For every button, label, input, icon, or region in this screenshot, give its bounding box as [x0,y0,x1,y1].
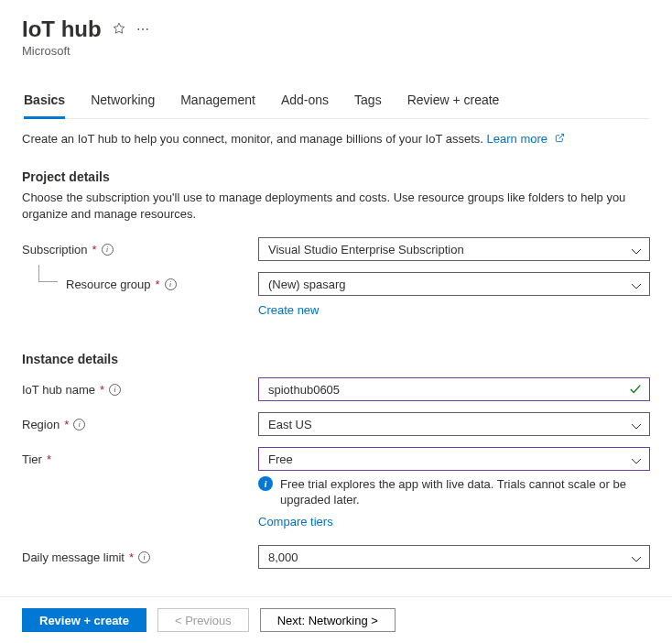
pin-star-icon[interactable] [113,22,125,38]
chevron-down-icon [631,552,642,566]
resource-group-select[interactable]: (New) spasarg [258,272,650,296]
info-icon[interactable]: i [138,551,150,563]
compare-tiers-link[interactable]: Compare tiers [258,515,333,529]
info-solid-icon: i [258,476,273,491]
intro-text-body: Create an IoT hub to help you connect, m… [22,132,487,146]
project-details-heading: Project details [22,169,650,184]
tier-label: Tier* [22,447,258,466]
footer-bar: Review + create < Previous Next: Network… [0,596,672,643]
external-link-icon [555,134,565,145]
tier-value: Free [268,452,293,466]
daily-limit-select[interactable]: 8,000 [258,545,650,569]
info-icon[interactable]: i [102,244,114,256]
publisher-label: Microsoft [22,44,650,58]
valid-check-icon [629,383,642,398]
resource-group-label: Resource group* i [22,272,258,291]
subscription-select[interactable]: Visual Studio Enterprise Subscription [258,237,650,261]
chevron-down-icon [631,454,642,468]
tab-bar: Basics Networking Management Add-ons Tag… [22,85,650,119]
info-icon[interactable]: i [165,278,177,290]
instance-details-heading: Instance details [22,352,650,366]
tab-networking[interactable]: Networking [91,85,155,119]
svg-line-1 [558,134,563,138]
tier-select[interactable]: Free [258,447,650,471]
learn-more-link[interactable]: Learn more [487,132,547,146]
chevron-down-icon [631,245,642,258]
tab-add-ons[interactable]: Add-ons [281,85,329,119]
page-title: IoT hub [22,16,102,42]
region-select[interactable]: East US [258,412,650,436]
region-label: Region* i [22,412,258,431]
iot-hub-name-value: spiothub0605 [268,383,340,397]
subscription-label: Subscription* i [22,237,258,256]
daily-limit-value: 8,000 [268,550,298,564]
more-actions-icon[interactable]: ⋯ [136,22,149,37]
info-icon[interactable]: i [109,384,121,396]
create-new-rg-link[interactable]: Create new [258,303,319,317]
iot-hub-name-input[interactable]: spiothub0605 [258,377,650,401]
next-button[interactable]: Next: Networking > [260,608,396,632]
resource-group-value: (New) spasarg [268,278,346,291]
tab-tags[interactable]: Tags [354,85,382,119]
info-icon[interactable]: i [73,419,85,430]
iot-hub-name-label: IoT hub name* i [22,377,258,397]
daily-limit-label: Daily message limit* i [22,545,258,564]
chevron-down-icon [631,279,642,293]
region-value: East US [268,418,312,431]
tab-basics[interactable]: Basics [24,85,65,119]
review-create-button[interactable]: Review + create [22,608,146,632]
svg-marker-0 [114,23,125,33]
project-details-desc: Choose the subscription you'll use to ma… [22,190,650,223]
previous-button: < Previous [157,608,249,632]
intro-text: Create an IoT hub to help you connect, m… [22,132,650,146]
tab-review-create[interactable]: Review + create [407,85,500,119]
tab-management[interactable]: Management [180,85,255,119]
tier-note: Free trial explores the app with live da… [280,476,650,507]
chevron-down-icon [631,420,642,433]
subscription-value: Visual Studio Enterprise Subscription [268,243,464,256]
